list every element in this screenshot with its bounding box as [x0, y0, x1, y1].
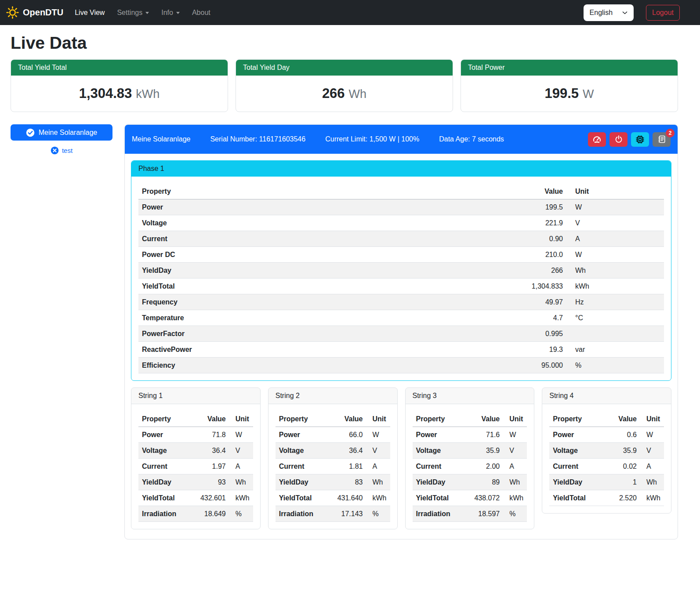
- unit-cell: V: [640, 443, 664, 459]
- table-row: ReactivePower19.3var: [138, 342, 664, 358]
- journal-text-icon: [657, 135, 666, 144]
- unit-cell: kWh: [566, 279, 664, 294]
- unit-cell: °C: [566, 310, 664, 326]
- inverter-body: Phase 1 PropertyValueUnitPower199.5WVolt…: [125, 154, 678, 539]
- brand[interactable]: OpenDTU: [6, 6, 63, 19]
- inverter-select-test[interactable]: test: [11, 146, 112, 155]
- value-cell: 0.02: [600, 459, 640, 474]
- value-cell: 1.81: [326, 459, 366, 474]
- table-row: Power0.6W: [549, 427, 664, 443]
- column-header-unit: Unit: [503, 411, 527, 427]
- string-table: PropertyValueUnitPower71.6WVoltage35.9VC…: [413, 411, 527, 522]
- property-cell: YieldTotal: [549, 490, 600, 506]
- x-circle-icon: [51, 146, 59, 155]
- unit-cell: W: [566, 199, 664, 215]
- table-row: Power71.8W: [138, 427, 253, 443]
- inverter-select-button[interactable]: Meine Solaranlage: [11, 124, 112, 141]
- table-row: YieldDay83Wh: [276, 474, 390, 490]
- card-body: 266Wh: [236, 76, 453, 112]
- table-row: Voltage35.9V: [413, 443, 527, 459]
- value-cell: 2.00: [463, 459, 503, 474]
- language-select-value: English: [590, 9, 613, 17]
- table-row: YieldTotal438.072kWh: [413, 490, 527, 506]
- unit-cell: W: [229, 427, 253, 443]
- column-header-unit: Unit: [366, 411, 390, 427]
- column-header-property: Property: [138, 184, 514, 199]
- property-cell: Voltage: [413, 443, 463, 459]
- column-header-property: Property: [549, 411, 600, 427]
- inverter-name: Meine Solaranlage: [132, 135, 190, 143]
- property-cell: Power: [276, 427, 326, 443]
- power-button[interactable]: [609, 132, 627, 147]
- chevron-down-icon: [622, 10, 627, 15]
- table-row: Voltage35.9V: [549, 443, 664, 459]
- inverter-card: Meine Solaranlage Serial Number: 1161716…: [124, 124, 678, 539]
- property-cell: YieldTotal: [138, 490, 189, 506]
- card-value: 199.5: [544, 86, 579, 101]
- column-header-property: Property: [276, 411, 326, 427]
- value-cell: 83: [326, 474, 366, 490]
- card-title: Total Yield Total: [11, 60, 228, 76]
- table-row: Current1.97A: [138, 459, 253, 474]
- table-row: Power199.5W: [138, 199, 664, 215]
- unit-cell: %: [366, 506, 390, 522]
- value-cell: 66.0: [326, 427, 366, 443]
- table-row: Power DC210.0W: [138, 247, 664, 263]
- language-select[interactable]: English: [584, 4, 634, 21]
- table-row: YieldTotal431.640kWh: [276, 490, 390, 506]
- nav-item-about[interactable]: About: [192, 5, 210, 20]
- event-log-button[interactable]: 2: [653, 132, 671, 147]
- card-unit: W: [583, 87, 594, 101]
- value-cell: 35.9: [600, 443, 640, 459]
- property-cell: Current: [138, 231, 514, 247]
- sun-icon: [6, 6, 19, 19]
- column-header-value: Value: [600, 411, 640, 427]
- chevron-down-icon: [176, 12, 180, 14]
- column-header-value: Value: [463, 411, 503, 427]
- nav-item-label: Info: [161, 9, 173, 17]
- nav-item-settings[interactable]: Settings: [117, 5, 149, 20]
- value-cell: 210.0: [514, 247, 566, 263]
- property-cell: YieldDay: [276, 474, 326, 490]
- value-cell: 89: [463, 474, 503, 490]
- property-cell: Voltage: [138, 443, 189, 459]
- unit-cell: kWh: [503, 490, 527, 506]
- table-row: Current0.90A: [138, 231, 664, 247]
- property-cell: Current: [413, 459, 463, 474]
- table-header-row: PropertyValueUnit: [138, 184, 664, 199]
- inverter-serial: Serial Number: 116171603546: [210, 135, 305, 143]
- value-cell: 17.143: [326, 506, 366, 522]
- table-row: Frequency49.97Hz: [138, 294, 664, 310]
- unit-cell: %: [566, 358, 664, 373]
- nav-item-label: About: [192, 9, 210, 17]
- value-cell: 36.4: [326, 443, 366, 459]
- unit-cell: kWh: [366, 490, 390, 506]
- nav-item-info[interactable]: Info: [161, 5, 180, 20]
- string-card-2: String 2 PropertyValueUnitPower66.0WVolt…: [268, 387, 398, 529]
- column-header-unit: Unit: [640, 411, 664, 427]
- table-row: Temperature4.7°C: [138, 310, 664, 326]
- speedometer-icon: [592, 135, 602, 144]
- device-info-button[interactable]: [631, 132, 649, 147]
- unit-cell: Hz: [566, 294, 664, 310]
- unit-cell: V: [566, 215, 664, 231]
- value-cell: 35.9: [463, 443, 503, 459]
- string-body: PropertyValueUnitPower66.0WVoltage36.4VC…: [268, 404, 397, 529]
- string-card-4: String 4 PropertyValueUnitPower0.6WVolta…: [542, 387, 671, 514]
- column-header-value: Value: [189, 411, 229, 427]
- phase-body: PropertyValueUnitPower199.5WVoltage221.9…: [131, 177, 671, 380]
- table-row: YieldTotal1,304.833kWh: [138, 279, 664, 294]
- table-row: YieldDay1Wh: [549, 474, 664, 490]
- logout-button[interactable]: Logout: [646, 5, 680, 21]
- nav-item-live-view[interactable]: Live View: [75, 5, 105, 20]
- limit-settings-button[interactable]: [588, 132, 606, 147]
- card-title: Total Power: [461, 60, 678, 76]
- column-header-unit: Unit: [566, 184, 664, 199]
- property-cell: ReactivePower: [138, 342, 514, 358]
- unit-cell: W: [503, 427, 527, 443]
- value-cell: 18.597: [463, 506, 503, 522]
- table-row: Current0.02A: [549, 459, 664, 474]
- unit-cell: kWh: [229, 490, 253, 506]
- unit-cell: Wh: [503, 474, 527, 490]
- unit-cell: %: [229, 506, 253, 522]
